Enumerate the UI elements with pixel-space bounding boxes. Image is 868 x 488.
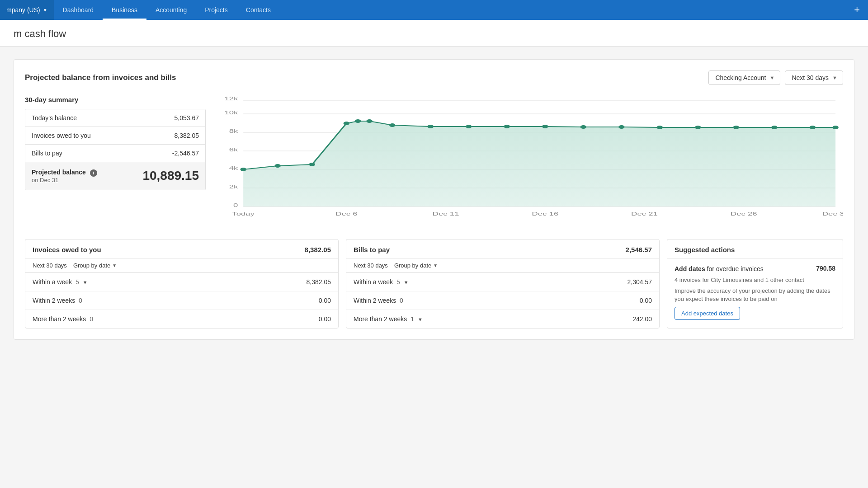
summary-row-invoices: Invoices owed to you 8,382.05 bbox=[25, 127, 205, 145]
bills-row-0-count: 5 bbox=[396, 278, 400, 286]
info-icon[interactable]: i bbox=[90, 169, 97, 177]
svg-text:10k: 10k bbox=[224, 110, 238, 115]
bills-panel: Bills to pay 2,546.57 Next 30 days Group… bbox=[346, 239, 660, 328]
svg-point-27 bbox=[618, 125, 625, 129]
svg-point-17 bbox=[309, 163, 316, 166]
svg-point-18 bbox=[344, 122, 350, 125]
invoices-row-2-count: 0 bbox=[90, 315, 93, 323]
svg-text:Today: Today bbox=[232, 211, 255, 216]
svg-text:2k: 2k bbox=[229, 184, 238, 189]
chart-area: 0 2k 4k 6k 8k 10k 12k bbox=[217, 96, 843, 228]
svg-text:Dec 6: Dec 6 bbox=[335, 211, 358, 216]
svg-point-21 bbox=[389, 123, 396, 127]
summary-row-bills: Bills to pay -2,546.57 bbox=[25, 145, 205, 162]
invoices-row-0-value: 8,382.05 bbox=[307, 278, 331, 286]
action-body-0: Improve the accuracy of your projection … bbox=[675, 287, 835, 303]
bills-value: -2,546.57 bbox=[172, 150, 199, 157]
invoices-group-filter[interactable]: Group by date ▼ bbox=[73, 262, 117, 269]
invoices-row-1-label: Within 2 weeks 0 bbox=[33, 297, 82, 304]
card-header: Projected balance from invoices and bill… bbox=[25, 70, 843, 85]
bills-panel-filters: Next 30 days Group by date ▼ bbox=[346, 258, 659, 273]
company-selector[interactable]: mpany (US) ▼ bbox=[0, 0, 54, 20]
bills-panel-title: Bills to pay bbox=[354, 246, 390, 253]
nav-dashboard[interactable]: Dashboard bbox=[54, 0, 103, 20]
projected-label-block: Projected balance i on Dec 31 bbox=[32, 169, 97, 183]
svg-text:0: 0 bbox=[233, 202, 238, 208]
period-label: Next 30 days bbox=[792, 74, 829, 81]
company-name: mpany (US) bbox=[6, 6, 40, 14]
invoices-row-0-caret[interactable]: ▼ bbox=[83, 280, 88, 285]
summary-panel: 30-day summary Today's balance 5,053.67 … bbox=[25, 96, 206, 228]
bills-row-2-caret[interactable]: ▼ bbox=[418, 317, 423, 322]
balance-value: 5,053.67 bbox=[175, 114, 199, 122]
svg-point-25 bbox=[542, 125, 548, 128]
action-btn-0[interactable]: Add expected dates bbox=[675, 307, 740, 320]
bills-period-filter[interactable]: Next 30 days bbox=[354, 262, 388, 269]
account-label: Checking Account bbox=[715, 74, 766, 81]
svg-marker-14 bbox=[243, 121, 835, 206]
invoices-period-filter[interactable]: Next 30 days bbox=[33, 262, 67, 269]
nav-business[interactable]: Business bbox=[103, 0, 146, 20]
svg-point-15 bbox=[240, 168, 246, 171]
period-dropdown[interactable]: Next 30 days ▼ bbox=[785, 70, 843, 85]
svg-point-32 bbox=[810, 126, 816, 129]
svg-text:Dec 11: Dec 11 bbox=[433, 211, 459, 216]
projected-value: 10,889.15 bbox=[142, 169, 199, 183]
bills-row-1-text: Within 2 weeks bbox=[354, 297, 396, 304]
company-caret: ▼ bbox=[43, 8, 47, 13]
bills-group-caret: ▼ bbox=[433, 263, 438, 268]
bills-row-2-count: 1 bbox=[410, 315, 414, 323]
actions-header: Suggested actions bbox=[667, 239, 843, 258]
bills-panel-total: 2,546.57 bbox=[626, 246, 652, 253]
period-chevron: ▼ bbox=[832, 75, 837, 80]
svg-point-31 bbox=[771, 126, 778, 129]
summary-table: Today's balance 5,053.67 Invoices owed t… bbox=[25, 109, 206, 190]
main-content: Projected balance from invoices and bill… bbox=[0, 47, 868, 488]
projected-sub: on Dec 31 bbox=[32, 177, 97, 183]
action-top-0: Add dates for overdue invoices 790.58 bbox=[675, 265, 835, 274]
card-body: 30-day summary Today's balance 5,053.67 … bbox=[25, 96, 843, 228]
invoices-panel-header: Invoices owed to you 8,382.05 bbox=[25, 239, 338, 258]
action-strong-0: Add dates bbox=[675, 265, 705, 272]
invoices-row-1: Within 2 weeks 0 0.00 bbox=[25, 291, 338, 310]
invoices-row-2-value: 0.00 bbox=[319, 315, 331, 323]
nav-projects[interactable]: Projects bbox=[196, 0, 237, 20]
nav-add-button[interactable]: + bbox=[846, 0, 868, 20]
bills-panel-header: Bills to pay 2,546.57 bbox=[346, 239, 659, 258]
invoices-row-0: Within a week 5 ▼ 8,382.05 bbox=[25, 273, 338, 291]
invoices-row-1-value: 0.00 bbox=[319, 297, 331, 304]
invoices-group-caret: ▼ bbox=[112, 263, 117, 268]
bills-row-0-label: Within a week 5 ▼ bbox=[354, 278, 409, 286]
svg-point-26 bbox=[580, 125, 587, 129]
invoices-row-1-count: 0 bbox=[79, 297, 82, 304]
bills-row-1-value: 0.00 bbox=[640, 297, 652, 304]
bills-row-0-value: 2,304.57 bbox=[627, 278, 652, 286]
invoices-panel-filters: Next 30 days Group by date ▼ bbox=[25, 258, 338, 273]
action-desc-0: Add dates for overdue invoices bbox=[675, 265, 810, 274]
suggested-actions-panel: Suggested actions Add dates for overdue … bbox=[667, 239, 843, 328]
bills-group-filter[interactable]: Group by date ▼ bbox=[394, 262, 438, 269]
nav-accounting[interactable]: Accounting bbox=[146, 0, 196, 20]
action-amount-0: 790.58 bbox=[816, 265, 835, 272]
card-controls: Checking Account ▼ Next 30 days ▼ bbox=[708, 70, 843, 85]
invoices-panel: Invoices owed to you 8,382.05 Next 30 da… bbox=[25, 239, 339, 328]
svg-text:12k: 12k bbox=[224, 96, 238, 101]
invoices-row-2: More than 2 weeks 0 0.00 bbox=[25, 310, 338, 328]
actions-title: Suggested actions bbox=[675, 246, 735, 253]
invoices-row-2-label: More than 2 weeks 0 bbox=[33, 315, 93, 323]
invoices-value: 8,382.05 bbox=[175, 132, 199, 139]
svg-point-33 bbox=[832, 126, 839, 129]
svg-text:Dec 21: Dec 21 bbox=[631, 211, 658, 216]
cashflow-card: Projected balance from invoices and bill… bbox=[14, 59, 854, 340]
bills-row-1: Within 2 weeks 0 0.00 bbox=[346, 291, 659, 310]
projected-label: Projected balance bbox=[32, 169, 86, 176]
invoices-row-0-label: Within a week 5 ▼ bbox=[33, 278, 88, 286]
action-suffix-0: for overdue invoices bbox=[705, 265, 764, 272]
page-header: m cash flow bbox=[0, 20, 868, 47]
svg-text:4k: 4k bbox=[229, 165, 238, 171]
bills-row-0-caret[interactable]: ▼ bbox=[404, 280, 409, 285]
bills-row-1-label: Within 2 weeks 0 bbox=[354, 297, 403, 304]
nav-contacts[interactable]: Contacts bbox=[237, 0, 280, 20]
invoices-row-2-text: More than 2 weeks bbox=[33, 315, 86, 323]
account-dropdown[interactable]: Checking Account ▼ bbox=[708, 70, 780, 85]
